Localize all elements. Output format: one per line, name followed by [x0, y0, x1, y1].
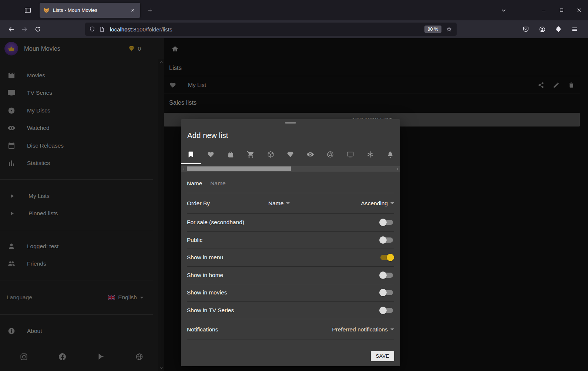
icon-tab-bookmark[interactable]	[181, 144, 201, 164]
toggle-label: Show in movies	[187, 289, 380, 296]
url-bar[interactable]: localhost:8100/folder/lists 80 %	[85, 23, 457, 36]
toggle-label: Public	[187, 237, 380, 243]
toggle-row-public: Public	[187, 232, 394, 249]
asterisk-icon	[366, 151, 374, 158]
toggle-row-show-in-movies: Show in movies	[187, 284, 394, 302]
icon-tab-eye[interactable]	[300, 144, 320, 164]
caret-down-icon	[286, 202, 290, 204]
order-by-row: Order By Name Ascending	[187, 193, 394, 214]
package-box-icon	[267, 151, 275, 158]
zoom-level-badge[interactable]: 80 %	[424, 26, 442, 33]
toggle-knob	[387, 254, 394, 261]
list-all-tabs-button[interactable]	[497, 4, 510, 17]
scroll-left-icon[interactable]	[181, 166, 187, 172]
heart-icon	[207, 151, 215, 158]
chevron-down-icon	[501, 7, 507, 13]
site-favicon	[43, 7, 50, 13]
extensions-puzzle-icon	[555, 26, 562, 33]
eye-icon	[306, 151, 314, 158]
browser-toolbar: localhost:8100/folder/lists 80 %	[0, 20, 588, 38]
back-button[interactable]	[4, 23, 18, 36]
order-direction-select[interactable]: Ascending	[361, 200, 394, 207]
scroll-right-icon[interactable]	[394, 166, 400, 172]
shield-icon[interactable]	[89, 26, 95, 33]
toggle-knob	[379, 271, 387, 279]
toggle-label: Show in home	[187, 272, 380, 279]
bookmark-icon	[187, 151, 195, 158]
browser-tab[interactable]: Lists - Moun Movies	[40, 3, 140, 18]
maximize-button[interactable]	[552, 3, 570, 18]
toggle-knob	[379, 236, 387, 244]
toggle-label: Show in menu	[187, 254, 380, 261]
show-in-tv-series-toggle[interactable]	[380, 308, 393, 313]
reload-icon	[34, 26, 41, 33]
window-controls	[535, 3, 588, 18]
url-host: localhost	[110, 26, 132, 33]
icon-tab-heart[interactable]	[201, 144, 221, 164]
order-by-label: Order By	[187, 200, 268, 207]
account-button[interactable]	[535, 23, 549, 36]
save-button[interactable]: SAVE	[371, 351, 394, 361]
icon-tabs-scrollbar[interactable]	[181, 166, 400, 172]
show-in-movies-toggle[interactable]	[380, 290, 393, 295]
forward-button[interactable]	[18, 23, 31, 36]
for-sale-toggle[interactable]	[380, 220, 393, 225]
url-path: :8100/folder/lists	[132, 26, 172, 33]
order-by-value: Name	[268, 200, 283, 207]
icon-tab-diamond[interactable]	[280, 144, 300, 164]
diamond-icon	[286, 151, 294, 158]
dialog-footer: SAVE	[181, 351, 400, 366]
new-tab-button[interactable]	[143, 4, 157, 17]
toggle-knob	[379, 307, 387, 314]
icon-tab-package[interactable]	[261, 144, 280, 164]
icon-tab-film-reel[interactable]	[320, 144, 340, 164]
reload-button[interactable]	[31, 23, 44, 36]
icon-tab-screen[interactable]	[340, 144, 360, 164]
shopping-bag-icon	[227, 151, 235, 158]
caret-down-icon	[390, 202, 394, 204]
close-window-button[interactable]	[570, 3, 588, 18]
notifications-label: Notifications	[187, 326, 332, 333]
toolbar-right-icons	[519, 23, 584, 36]
extensions-button[interactable]	[552, 23, 565, 36]
add-list-dialog: Add new list Name	[181, 119, 400, 366]
notifications-value: Preferred notifications	[332, 326, 388, 333]
icon-tab-bell[interactable]	[380, 144, 400, 164]
show-in-menu-toggle[interactable]	[380, 255, 393, 260]
back-arrow-icon	[8, 26, 15, 33]
scrollbar-thumb[interactable]	[187, 166, 291, 171]
toggle-row-for-sale: For sale (secondhand)	[187, 214, 394, 232]
notifications-select[interactable]: Preferred notifications	[332, 326, 394, 333]
name-input[interactable]	[210, 180, 351, 187]
name-field-row: Name	[187, 174, 394, 193]
bookmark-star-icon[interactable]	[446, 26, 452, 33]
show-in-home-toggle[interactable]	[380, 273, 393, 278]
icon-tab-shopping-bag[interactable]	[221, 144, 241, 164]
toggle-label: Show in TV Series	[187, 307, 380, 314]
maximize-icon	[559, 8, 564, 13]
browser-window: Lists - Moun Movies	[0, 0, 588, 371]
icon-tab-shopping-cart[interactable]	[241, 144, 261, 164]
order-by-select[interactable]: Name	[268, 200, 290, 207]
public-toggle[interactable]	[380, 237, 393, 243]
browser-tab-bar: Lists - Moun Movies	[0, 0, 588, 20]
screen-icon	[346, 151, 354, 158]
pocket-button[interactable]	[519, 23, 532, 36]
hamburger-menu-icon	[571, 26, 578, 33]
icon-tab-asterisk[interactable]	[360, 144, 380, 164]
url-text: localhost:8100/folder/lists	[110, 26, 172, 33]
firefox-view-button[interactable]	[21, 4, 34, 17]
tab-close-button[interactable]	[128, 6, 137, 14]
dialog-title: Add new list	[181, 124, 400, 144]
film-reel-icon	[326, 151, 334, 158]
toggle-row-show-in-menu: Show in menu	[187, 249, 394, 267]
plus-icon	[147, 7, 153, 13]
shopping-cart-icon	[247, 151, 255, 158]
minimize-button[interactable]	[535, 3, 552, 18]
toggle-row-show-in-home: Show in home	[187, 267, 394, 284]
menu-button[interactable]	[568, 23, 581, 36]
page-info-icon[interactable]	[99, 26, 105, 33]
tab-title: Lists - Moun Movies	[53, 7, 128, 13]
close-icon	[131, 8, 135, 12]
scrollbar-track[interactable]	[187, 166, 394, 172]
